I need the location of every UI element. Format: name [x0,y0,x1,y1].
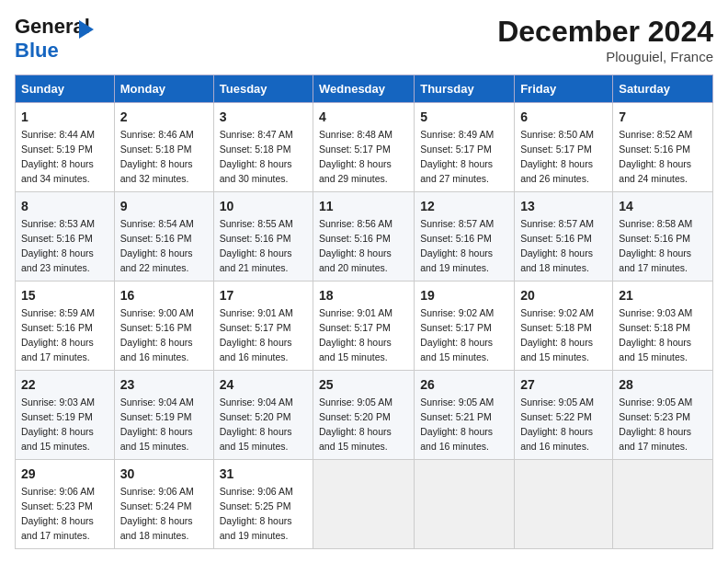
day-info: Sunrise: 8:46 AMSunset: 5:18 PMDaylight:… [120,129,194,184]
page-header: General Blue December 2024 Plouguiel, Fr… [15,15,713,65]
day-number: 24 [220,375,307,394]
calendar-cell: 24Sunrise: 9:04 AMSunset: 5:20 PMDayligh… [213,371,313,460]
calendar-cell: 28Sunrise: 9:05 AMSunset: 5:23 PMDayligh… [613,371,713,460]
day-of-week-header: Wednesday [313,75,415,103]
day-number: 18 [319,286,408,304]
calendar-subtitle: Plouguiel, France [497,49,713,64]
day-number: 19 [420,286,508,304]
day-number: 29 [21,465,108,483]
calendar-cell: 29Sunrise: 9:06 AMSunset: 5:23 PMDayligh… [16,460,115,549]
day-info: Sunrise: 9:05 AMSunset: 5:21 PMDaylight:… [420,396,494,452]
calendar-cell: 15Sunrise: 8:59 AMSunset: 5:16 PMDayligh… [16,282,115,371]
day-number: 14 [619,197,707,215]
day-number: 9 [120,197,208,215]
day-number: 6 [520,108,607,126]
calendar-week-row: 1Sunrise: 8:44 AMSunset: 5:19 PMDaylight… [16,103,713,192]
day-info: Sunrise: 9:05 AMSunset: 5:20 PMDaylight:… [319,396,392,452]
day-info: Sunrise: 9:01 AMSunset: 5:17 PMDaylight:… [319,307,392,362]
day-info: Sunrise: 9:05 AMSunset: 5:22 PMDaylight:… [520,396,594,452]
calendar-cell: 19Sunrise: 9:02 AMSunset: 5:17 PMDayligh… [415,282,515,371]
calendar-cell: 23Sunrise: 9:04 AMSunset: 5:19 PMDayligh… [114,371,213,460]
day-number: 11 [319,197,408,215]
day-info: Sunrise: 9:03 AMSunset: 5:19 PMDaylight:… [21,396,95,452]
calendar-cell: 27Sunrise: 9:05 AMSunset: 5:22 PMDayligh… [515,371,613,460]
calendar-cell: 6Sunrise: 8:50 AMSunset: 5:17 PMDaylight… [515,103,613,192]
day-number: 4 [319,108,408,126]
day-of-week-header: Tuesday [213,75,313,103]
calendar-cell: 11Sunrise: 8:56 AMSunset: 5:16 PMDayligh… [313,192,415,282]
calendar-cell: 18Sunrise: 9:01 AMSunset: 5:17 PMDayligh… [313,282,415,371]
day-number: 25 [319,375,408,394]
title-block: December 2024 Plouguiel, France [497,15,713,64]
day-number: 27 [520,375,607,394]
day-info: Sunrise: 8:55 AMSunset: 5:16 PMDaylight:… [220,218,293,273]
day-info: Sunrise: 8:57 AMSunset: 5:16 PMDaylight:… [520,218,594,273]
day-info: Sunrise: 8:47 AMSunset: 5:18 PMDaylight:… [220,129,293,184]
calendar-cell: 4Sunrise: 8:48 AMSunset: 5:17 PMDaylight… [313,103,415,192]
day-of-week-header: Thursday [415,75,515,103]
day-number: 20 [520,286,607,304]
day-info: Sunrise: 8:56 AMSunset: 5:16 PMDaylight:… [319,218,392,273]
day-of-week-header: Sunday [16,75,115,103]
calendar-cell: 31Sunrise: 9:06 AMSunset: 5:25 PMDayligh… [213,460,313,549]
day-info: Sunrise: 9:00 AMSunset: 5:16 PMDaylight:… [120,307,194,362]
day-info: Sunrise: 9:01 AMSunset: 5:17 PMDaylight:… [220,307,293,362]
day-number: 8 [21,197,108,215]
calendar-cell [313,460,415,549]
calendar-cell: 26Sunrise: 9:05 AMSunset: 5:21 PMDayligh… [415,371,515,460]
day-number: 21 [619,286,707,304]
day-number: 10 [220,197,307,215]
calendar-cell: 30Sunrise: 9:06 AMSunset: 5:24 PMDayligh… [114,460,213,549]
day-info: Sunrise: 9:02 AMSunset: 5:18 PMDaylight:… [520,307,594,362]
day-number: 22 [21,375,108,394]
calendar-cell: 9Sunrise: 8:54 AMSunset: 5:16 PMDaylight… [114,192,213,282]
calendar-cell: 3Sunrise: 8:47 AMSunset: 5:18 PMDaylight… [213,103,313,192]
day-number: 30 [120,465,208,483]
day-number: 5 [420,108,508,126]
day-number: 15 [21,286,108,304]
calendar-table: SundayMondayTuesdayWednesdayThursdayFrid… [15,75,713,549]
day-info: Sunrise: 8:49 AMSunset: 5:17 PMDaylight:… [420,129,494,184]
day-number: 2 [120,108,208,126]
calendar-cell: 7Sunrise: 8:52 AMSunset: 5:16 PMDaylight… [613,103,713,192]
calendar-cell: 2Sunrise: 8:46 AMSunset: 5:18 PMDaylight… [114,103,213,192]
calendar-cell: 21Sunrise: 9:03 AMSunset: 5:18 PMDayligh… [613,282,713,371]
day-info: Sunrise: 8:48 AMSunset: 5:17 PMDaylight:… [319,129,392,184]
calendar-week-row: 29Sunrise: 9:06 AMSunset: 5:23 PMDayligh… [16,460,713,549]
calendar-cell [515,460,613,549]
calendar-cell: 20Sunrise: 9:02 AMSunset: 5:18 PMDayligh… [515,282,613,371]
logo-line2: Blue [15,39,59,63]
day-info: Sunrise: 8:54 AMSunset: 5:16 PMDaylight:… [120,218,194,273]
calendar-cell: 16Sunrise: 9:00 AMSunset: 5:16 PMDayligh… [114,282,213,371]
day-info: Sunrise: 9:05 AMSunset: 5:23 PMDaylight:… [619,396,692,452]
calendar-cell [613,460,713,549]
calendar-week-row: 22Sunrise: 9:03 AMSunset: 5:19 PMDayligh… [16,371,713,460]
calendar-cell: 12Sunrise: 8:57 AMSunset: 5:16 PMDayligh… [415,192,515,282]
calendar-cell: 10Sunrise: 8:55 AMSunset: 5:16 PMDayligh… [213,192,313,282]
calendar-cell: 17Sunrise: 9:01 AMSunset: 5:17 PMDayligh… [213,282,313,371]
calendar-cell: 8Sunrise: 8:53 AMSunset: 5:16 PMDaylight… [16,192,115,282]
day-number: 26 [420,375,508,394]
day-number: 13 [520,197,607,215]
day-info: Sunrise: 8:58 AMSunset: 5:16 PMDaylight:… [619,218,692,273]
calendar-cell: 14Sunrise: 8:58 AMSunset: 5:16 PMDayligh… [613,192,713,282]
day-info: Sunrise: 9:06 AMSunset: 5:24 PMDaylight:… [120,486,194,541]
day-info: Sunrise: 9:06 AMSunset: 5:23 PMDaylight:… [21,486,95,541]
day-info: Sunrise: 9:06 AMSunset: 5:25 PMDaylight:… [220,486,293,541]
day-info: Sunrise: 9:04 AMSunset: 5:20 PMDaylight:… [220,396,293,452]
calendar-cell [415,460,515,549]
day-number: 16 [120,286,208,304]
day-info: Sunrise: 8:59 AMSunset: 5:16 PMDaylight:… [21,307,95,362]
day-number: 23 [120,375,208,394]
calendar-cell: 22Sunrise: 9:03 AMSunset: 5:19 PMDayligh… [16,371,115,460]
day-info: Sunrise: 8:57 AMSunset: 5:16 PMDaylight:… [420,218,494,273]
logo-line1: General [15,15,90,39]
calendar-week-row: 8Sunrise: 8:53 AMSunset: 5:16 PMDaylight… [16,192,713,282]
logo: General Blue [15,15,111,65]
calendar-title: December 2024 [497,15,713,49]
day-of-week-header: Friday [515,75,613,103]
day-number: 28 [619,375,707,394]
day-info: Sunrise: 8:52 AMSunset: 5:16 PMDaylight:… [619,129,692,184]
day-info: Sunrise: 9:02 AMSunset: 5:17 PMDaylight:… [420,307,494,362]
day-info: Sunrise: 8:50 AMSunset: 5:17 PMDaylight:… [520,129,594,184]
